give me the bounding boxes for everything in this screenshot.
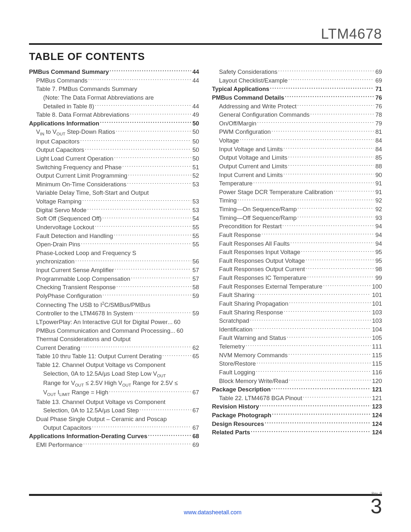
toc-entry[interactable]: PWM Configuration81 — [212, 128, 382, 136]
toc-entry[interactable]: NVM Memory Commands115 — [212, 351, 382, 360]
toc-entry[interactable]: PMBus Communication and Command Processi… — [29, 327, 199, 335]
toc-dots — [147, 432, 191, 438]
toc-entry[interactable]: Checking Transient Response58 — [29, 283, 199, 292]
toc-entry[interactable]: PMBus Commands44 — [29, 76, 199, 85]
toc-entry[interactable]: Applications Information50 — [29, 119, 199, 128]
toc-entry[interactable]: Timing92 — [212, 196, 382, 205]
toc-entry[interactable]: EMI Performance69 — [29, 441, 199, 449]
toc-entry[interactable]: Switching Frequency and Phase51 — [29, 163, 199, 172]
toc-entry[interactable]: Package Description121 — [212, 385, 382, 394]
toc-entry[interactable]: Table 12. Channel Output Voltage vs Comp… — [29, 361, 199, 369]
toc-entry[interactable]: Power Stage DCR Temperature Calibration9… — [212, 188, 382, 197]
toc-entry[interactable]: Fault Responses Input Voltage95 — [212, 248, 382, 257]
toc-entry[interactable]: Thermal Considerations and Output — [29, 335, 199, 344]
toc-entry[interactable]: Detailed in Table 8)44 — [29, 102, 199, 111]
toc-entry[interactable]: Light Load Current Operation50 — [29, 154, 199, 163]
toc-entry-label: PolyPhase Configuration — [36, 292, 102, 300]
toc-entry[interactable]: Table 8. Data Format Abbreviations49 — [29, 111, 199, 119]
toc-entry[interactable]: Fault Sharing Propagation101 — [212, 300, 382, 308]
toc-entry[interactable]: Voltage84 — [212, 136, 382, 145]
toc-entry[interactable]: Table 13. Channel Output Voltage vs Comp… — [29, 398, 199, 407]
toc-entry[interactable]: Input Capacitors50 — [29, 137, 199, 146]
toc-entry[interactable]: Current Derating62 — [29, 344, 199, 352]
toc-dots — [309, 111, 374, 117]
toc-entry[interactable]: Minimum On-Time Considerations53 — [29, 180, 199, 189]
toc-entry[interactable]: Output Voltage and Limits85 — [212, 153, 382, 162]
toc-entry[interactable]: Fault Sharing101 — [212, 291, 382, 300]
toc-entry[interactable]: PolyPhase Configuration59 — [29, 292, 199, 300]
toc-entry[interactable]: Output Current Limit Programming52 — [29, 172, 199, 180]
toc-entry-label: Applications Information-Derating Curves — [29, 432, 147, 441]
toc-entry[interactable]: Fault Response94 — [212, 231, 382, 240]
toc-entry[interactable]: Block Memory Write/Read120 — [212, 377, 382, 386]
toc-entry[interactable]: VOUT ILIMIT Range = High67 — [29, 388, 199, 398]
toc-entry[interactable]: Voltage Ramping53 — [29, 197, 199, 206]
toc-entry[interactable]: Range for VOUT ≤ 2.5V High VOUT Range fo… — [29, 379, 199, 388]
toc-entry[interactable]: Phase-Locked Loop and Frequency S — [29, 249, 199, 258]
toc-entry[interactable]: Controller to the LTM4678 In System59 — [29, 309, 199, 318]
toc-entry[interactable]: VIN to VOUT Step-Down Ratios50 — [29, 128, 199, 137]
toc-entry[interactable]: Layout Checklist/Example69 — [212, 76, 382, 85]
toc-entry[interactable]: Table 10 thru Table 11: Output Current D… — [29, 352, 199, 361]
toc-entry[interactable]: Fault Responses External Temperature100 — [212, 282, 382, 291]
toc-entry[interactable]: (Note: The Data Format Abbreviations are — [29, 94, 199, 102]
toc-entry[interactable]: Applications Information-Derating Curves… — [29, 432, 199, 441]
toc-entry[interactable]: Scratchpad103 — [212, 317, 382, 325]
toc-entry[interactable]: Output Capacitors50 — [29, 146, 199, 154]
toc-entry[interactable]: Fault Responses Output Voltage95 — [212, 257, 382, 265]
toc-entry[interactable]: Programmable Loop Compensation57 — [29, 275, 199, 283]
toc-entry[interactable]: Design Resources124 — [212, 420, 382, 429]
toc-entry[interactable]: Timing—Off Sequence/Ramp93 — [212, 214, 382, 222]
toc-entry[interactable]: Dual Phase Single Output – Ceramic and P… — [29, 415, 199, 424]
toc-entry-label: Fault Responses All Faults — [219, 240, 290, 248]
toc-entry[interactable]: Input Current and Limits90 — [212, 171, 382, 180]
footer-url[interactable]: www.datasheetall.com — [55, 509, 370, 516]
toc-entry[interactable]: Related Parts124 — [212, 428, 382, 437]
toc-entry[interactable]: Identification104 — [212, 325, 382, 334]
toc-entry-page: 95 — [374, 248, 382, 257]
toc-entry[interactable]: On/Off/Margin79 — [212, 119, 382, 128]
toc-entry-label: Fault Sharing Response — [219, 308, 283, 317]
toc-entry[interactable]: Undervoltage Lockout55 — [29, 223, 199, 232]
toc-dots — [283, 308, 371, 314]
toc-entry[interactable]: Temperature91 — [212, 179, 382, 188]
toc-entry[interactable]: Input Voltage and Limits84 — [212, 145, 382, 154]
toc-entry[interactable]: Input Current Sense Amplifier57 — [29, 266, 199, 275]
toc-entry[interactable]: Fault Responses Output Current98 — [212, 265, 382, 274]
toc-entry[interactable]: Connecting The USB to I2C/SMBus/PMBus — [29, 300, 199, 310]
toc-entry[interactable]: PMBus Command Summary44 — [29, 68, 199, 76]
toc-entry[interactable]: Addressing and Write Protect76 — [212, 102, 382, 111]
toc-entry[interactable]: ynchronization56 — [29, 257, 199, 266]
toc-entry[interactable]: Soft Off (Sequenced Off)54 — [29, 214, 199, 223]
toc-entry[interactable]: Safety Considerations69 — [212, 68, 382, 76]
toc-entry[interactable]: Output Current and Limits88 — [212, 162, 382, 171]
toc-entry[interactable]: Revision History123 — [212, 402, 382, 411]
toc-entry[interactable]: LTpowerPlay: An Interactive GUI for Digi… — [29, 318, 199, 327]
toc-entry[interactable]: Precondition for Restart94 — [212, 222, 382, 231]
toc-entry-page: 69 — [191, 441, 199, 449]
toc-entry[interactable]: Table 22. LTM4678 BGA Pinout121 — [212, 394, 382, 403]
toc-entry[interactable]: Store/Restore115 — [212, 360, 382, 368]
toc-entry[interactable]: Selection, 0A to 12.5A/µs Load Step67 — [29, 406, 199, 415]
toc-entry[interactable]: Digital Servo Mode53 — [29, 206, 199, 215]
toc-entry[interactable]: PMBus Command Details76 — [212, 94, 382, 102]
toc-entry-page: 56 — [191, 257, 199, 266]
toc-entry[interactable]: Table 7. PMBus Commands Summary — [29, 85, 199, 94]
toc-entry[interactable]: Package Photograph124 — [212, 411, 382, 420]
toc-entry[interactable]: Telemetry111 — [212, 342, 382, 351]
toc-entry[interactable]: Typical Applications71 — [212, 85, 382, 94]
toc-entry[interactable]: Selection, 0A to 12.5A/µs Load Step Low … — [29, 369, 199, 379]
toc-entry[interactable]: Fault Warning and Status105 — [212, 334, 382, 342]
toc-entry[interactable]: Fault Responses IC Temperature99 — [212, 274, 382, 282]
toc-entry-label: PMBus Command Summary — [29, 68, 109, 76]
toc-entry[interactable]: Fault Sharing Response103 — [212, 308, 382, 317]
toc-entry[interactable]: Fault Logging116 — [212, 368, 382, 377]
toc-entry[interactable]: General Configuration Commands78 — [212, 111, 382, 119]
toc-entry[interactable]: Output Capacitors67 — [29, 424, 199, 432]
toc-entry[interactable]: Variable Delay Time, Soft-Start and Outp… — [29, 189, 199, 197]
toc-entry-page: 124 — [371, 420, 382, 429]
toc-entry[interactable]: Open-Drain Pins55 — [29, 240, 199, 249]
toc-entry[interactable]: Fault Detection and Handling55 — [29, 232, 199, 241]
toc-entry[interactable]: Timing—On Sequence/Ramp92 — [212, 205, 382, 214]
toc-entry[interactable]: Fault Responses All Faults94 — [212, 240, 382, 248]
